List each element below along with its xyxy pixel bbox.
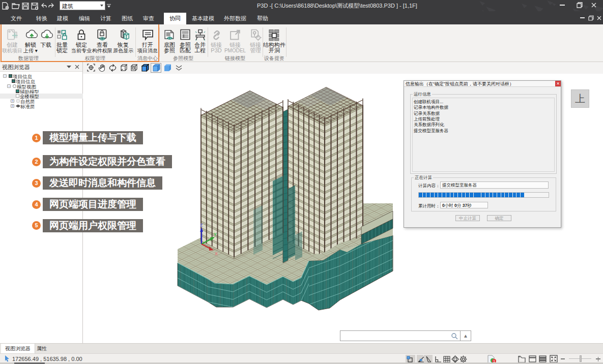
svg-text:Z: Z [200, 223, 203, 228]
svg-text:Y: Y [214, 232, 217, 237]
svg-text:X: X [215, 251, 218, 256]
